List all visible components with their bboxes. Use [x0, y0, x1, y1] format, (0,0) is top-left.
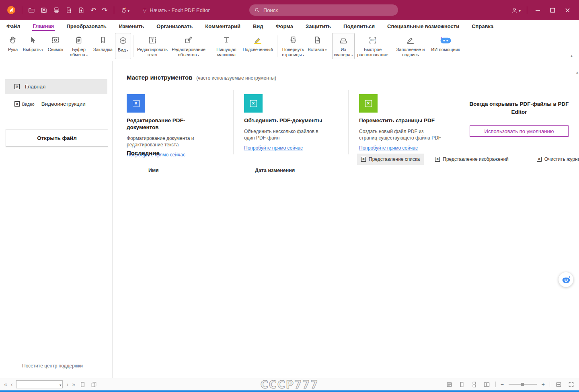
account-button[interactable]	[508, 5, 524, 15]
open-button[interactable]	[25, 5, 38, 15]
page-number-input[interactable]	[16, 382, 59, 387]
ribbon-edit-objects-button[interactable]: Редактирование объектов	[169, 33, 208, 59]
ribbon-group-separator	[393, 35, 393, 57]
try-now-link[interactable]: Попробуйте прямо сейчас	[359, 145, 418, 151]
minimize-button[interactable]	[530, 5, 545, 15]
page-copy-button[interactable]	[90, 381, 98, 388]
sidebar-item-video-tutorials[interactable]: Видео Видеоинструкции	[14, 101, 86, 107]
column-header-date[interactable]: Дата изменения	[255, 168, 295, 173]
first-page-button[interactable]	[4, 382, 7, 387]
redo-button[interactable]: ↷	[99, 5, 110, 15]
print-icon	[53, 7, 60, 14]
ribbon-rotate-pages-button[interactable]: Повернуть страницы	[279, 33, 307, 59]
menu-item-comment[interactable]: Комментарий	[204, 21, 241, 31]
ribbon-from-scanner-button[interactable]: Из сканера	[332, 33, 355, 59]
ribbon-ai-assistant-button[interactable]: ИИ-помощник	[430, 33, 461, 59]
ribbon-select-button[interactable]: Выбрать	[22, 33, 44, 59]
search-box[interactable]	[249, 4, 398, 16]
menu-item-file[interactable]: Файл	[6, 21, 21, 31]
ribbon-edit-text-button[interactable]: Редактировать текст	[136, 33, 169, 59]
statusbar-right-tools	[446, 381, 575, 388]
pin-icon[interactable]	[143, 7, 146, 13]
zoom-slider[interactable]	[509, 384, 537, 385]
menu-item-form[interactable]: Форма	[275, 21, 294, 31]
continuous-view-button[interactable]	[470, 381, 478, 388]
ribbon-typewriter-button[interactable]: Пишущая машинка	[212, 33, 240, 59]
clear-history-button[interactable]: Очистить журнал файлов	[533, 154, 579, 165]
ai-assistant-float-button[interactable]	[558, 272, 573, 287]
image-view-label: Представление изображений	[443, 156, 509, 162]
ribbon-highlight-button[interactable]: Подсвеченный	[240, 33, 275, 59]
new-document-button[interactable]	[75, 5, 88, 15]
single-page-view-button[interactable]	[458, 381, 466, 388]
titlebar: ↶ ↷ Начать - Foxit PDF Editor	[0, 0, 579, 20]
page-view-button[interactable]	[79, 381, 86, 388]
fit-page-button[interactable]	[555, 381, 563, 388]
ribbon-hand-button[interactable]: Рука	[4, 33, 22, 59]
fill-sign-icon	[406, 36, 415, 45]
ribbon-collapse-button[interactable]	[568, 51, 575, 59]
new-document-icon	[78, 7, 85, 14]
next-page-button[interactable]	[66, 382, 68, 387]
ribbon-fill-sign-button[interactable]: Заполнение и подпись	[395, 33, 426, 59]
ocr-icon: OCR	[368, 36, 377, 45]
ribbon-bookmark-button[interactable]: Закладка	[91, 33, 115, 59]
ribbon-ocr-button[interactable]: OCR Быстрое распознавание	[355, 33, 391, 59]
list-view-button[interactable]: Представление списка	[357, 154, 424, 165]
search-input[interactable]	[263, 7, 393, 13]
tool-card-merge-pdf[interactable]: Объединить PDF-документы Объединить неск…	[234, 88, 348, 156]
export-button[interactable]	[63, 5, 75, 15]
previous-page-button[interactable]	[11, 382, 13, 387]
scroll-up-button[interactable]	[576, 69, 578, 75]
menu-item-help[interactable]: Справка	[471, 21, 494, 31]
tool-card-edit-pdf[interactable]: Редактирование PDF-документов Форматиров…	[127, 88, 233, 156]
select-icon	[29, 36, 37, 45]
image-view-button[interactable]: Представление изображений	[431, 154, 513, 165]
undo-button[interactable]: ↶	[88, 5, 99, 15]
move-pages-icon	[359, 94, 378, 113]
menu-item-edit[interactable]: Изменить	[118, 21, 145, 31]
menu-item-home[interactable]: Главная	[32, 21, 55, 31]
touch-mode-button[interactable]	[117, 5, 133, 15]
menu-item-organize[interactable]: Организовать	[156, 21, 193, 31]
facing-view-button[interactable]	[483, 381, 491, 388]
sidebar-home-label: Главная	[25, 84, 45, 90]
save-button[interactable]	[38, 5, 50, 15]
undo-icon: ↶	[90, 7, 96, 14]
touch-hand-icon	[120, 7, 127, 14]
menu-item-accessibility[interactable]: Специальные возможности	[386, 21, 460, 31]
titlebar-separator	[114, 6, 114, 14]
ribbon-group-separator	[330, 35, 330, 57]
ribbon-clipboard-button[interactable]: Буфер обмена	[67, 33, 91, 59]
open-file-button[interactable]: Открыть файл	[6, 129, 108, 147]
maximize-button[interactable]	[545, 5, 560, 15]
tool-card-move-pages[interactable]: Переместить страницы PDF Создать новый ф…	[349, 88, 463, 156]
continuous-view-icon	[471, 382, 477, 388]
card-title: Редактирование PDF-документов	[127, 117, 207, 131]
menu-item-view[interactable]: Вид	[252, 21, 264, 31]
highlighter-icon	[253, 36, 262, 45]
single-page-icon	[80, 382, 86, 388]
menu-item-convert[interactable]: Преобразовать	[66, 21, 107, 31]
last-page-button[interactable]	[72, 382, 75, 387]
fullscreen-button[interactable]	[567, 381, 575, 388]
tool-cards: Редактирование PDF-документов Форматиров…	[127, 88, 573, 156]
ribbon-snapshot-button[interactable]: Снимок	[44, 33, 67, 59]
read-mode-button[interactable]	[446, 381, 453, 388]
close-button[interactable]	[560, 5, 575, 15]
menu-item-protect[interactable]: Защитить	[305, 21, 332, 31]
menu-item-share[interactable]: Поделиться	[343, 21, 376, 31]
use-as-default-button[interactable]: Использовать по умолчанию	[470, 125, 569, 137]
page-number-box[interactable]	[16, 380, 63, 388]
ribbon-view-button[interactable]: Вид	[115, 33, 131, 59]
foxit-logo	[6, 5, 16, 15]
zoom-slider-thumb[interactable]	[521, 383, 524, 386]
print-button[interactable]	[50, 5, 63, 15]
support-center-link[interactable]: Посетите центр поддержки	[22, 363, 83, 369]
zoom-in-button[interactable]	[542, 381, 545, 388]
zoom-out-button[interactable]	[501, 381, 504, 388]
sidebar-item-home[interactable]: Главная	[5, 79, 107, 94]
try-now-link[interactable]: Попробуйте прямо сейчас	[244, 145, 303, 151]
column-header-name[interactable]: Имя	[148, 168, 159, 173]
ribbon-insert-button[interactable]: Вставка	[307, 33, 328, 59]
